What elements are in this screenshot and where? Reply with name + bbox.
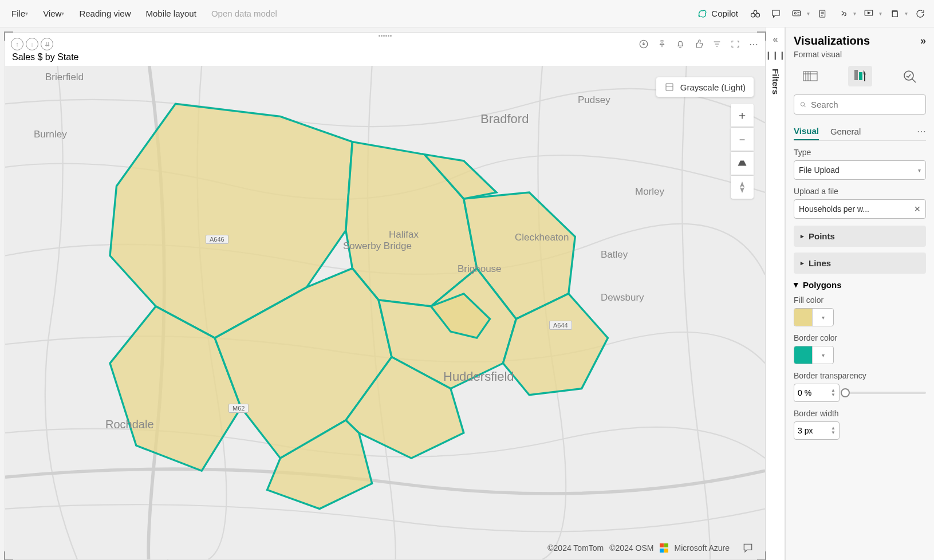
fill-color-label: Fill color [794, 295, 926, 305]
drilldown-icon[interactable]: ↓ [26, 38, 38, 50]
zoom-out-button[interactable]: － [731, 128, 754, 151]
tab-visual[interactable]: Visual [794, 123, 819, 140]
link-icon[interactable] [835, 6, 851, 22]
chevron-down-icon[interactable]: ▾ [879, 10, 882, 17]
upload-label: Upload a file [794, 187, 926, 196]
refresh-icon[interactable] [912, 6, 928, 22]
svg-point-1 [756, 13, 760, 17]
map-label: Brighouse [458, 263, 502, 275]
map-label: Rochdale [105, 418, 154, 431]
map-label: Dewsbury [601, 292, 644, 303]
svg-point-3 [794, 12, 796, 14]
map-label: Burnley [34, 129, 67, 140]
more-options-button[interactable]: ⋯ [917, 126, 926, 137]
lines-accordion[interactable]: ▸Lines [794, 253, 926, 274]
filter-icon[interactable] [711, 38, 723, 50]
pin-icon[interactable] [656, 38, 668, 50]
download-icon[interactable] [638, 38, 649, 50]
map-label: Brierfield [45, 72, 84, 83]
zoom-in-button[interactable]: ＋ [731, 104, 754, 127]
report-canvas: ↑ ↓ ⇊ ⋯ Sales $ by State [5, 32, 766, 560]
border-transparency-input[interactable]: 0 %▲▼ [794, 384, 840, 402]
compass-button[interactable] [731, 176, 754, 199]
menu-mobile-layout[interactable]: Mobile layout [139, 5, 203, 22]
window-icon[interactable] [886, 6, 903, 22]
fill-color-picker[interactable]: ▾ [794, 308, 834, 326]
svg-rect-11 [854, 70, 858, 80]
clear-file-button[interactable]: ✕ [914, 204, 921, 214]
map-label: Morley [635, 186, 664, 198]
border-transparency-slider[interactable] [845, 392, 926, 394]
upload-file-field[interactable]: Households per w...✕ [794, 199, 926, 219]
tab-general[interactable]: General [830, 123, 861, 140]
drillup-icon[interactable]: ↑ [11, 38, 23, 50]
pitch-button[interactable] [731, 152, 754, 175]
chevron-down-icon[interactable]: ▾ [807, 10, 810, 17]
polygons-accordion[interactable]: ▾Polygons [794, 279, 926, 290]
menu-file[interactable]: File▾ [5, 5, 35, 22]
border-color-picker[interactable]: ▾ [794, 346, 834, 364]
binoculars-icon[interactable] [747, 6, 763, 22]
svg-point-0 [751, 13, 755, 17]
svg-rect-9 [666, 84, 673, 90]
border-width-label: Border width [794, 409, 926, 418]
map-label: Pudsey [578, 94, 610, 106]
chevron-down-icon[interactable]: ▾ [905, 10, 908, 17]
panel-title: Visualizations» [794, 34, 926, 48]
filters-label: Filters [771, 69, 781, 94]
border-transparency-label: Border transparency [794, 371, 926, 380]
visualizations-panel: Visualizations» Format visual Visual Gen… [785, 27, 934, 560]
top-toolbar: File▾ View▾ Reading view Mobile layout O… [0, 0, 934, 27]
map-style-chip[interactable]: Grayscale (Light) [656, 77, 754, 97]
search-icon [800, 100, 806, 109]
map-label: Bradford [480, 112, 529, 127]
map-label: Cleckheaton [515, 232, 569, 243]
bell-icon[interactable] [675, 38, 686, 50]
drag-handle-icon[interactable] [379, 35, 392, 38]
map-label: Halifax [389, 229, 419, 240]
microsoft-logo-icon [660, 543, 669, 553]
analytics-tab[interactable] [898, 66, 922, 86]
chevron-down-icon[interactable]: ▾ [853, 10, 856, 17]
more-icon[interactable]: ⋯ [748, 38, 759, 50]
format-visual-tab[interactable] [848, 66, 872, 86]
filters-rail: « ❙❙❙ Filters [766, 27, 785, 560]
panel-subtitle: Format visual [794, 50, 926, 59]
svg-rect-2 [793, 10, 801, 15]
expand-filters-button[interactable]: « [773, 34, 778, 45]
border-color-label: Border color [794, 333, 926, 342]
present-icon[interactable] [861, 6, 877, 22]
copilot-icon [696, 8, 708, 19]
feedback-icon[interactable] [742, 542, 754, 554]
search-input[interactable] [794, 94, 926, 115]
border-width-input[interactable]: 3 px▲▼ [794, 421, 840, 440]
persona-icon[interactable] [789, 6, 805, 22]
road-badge: A644 [549, 321, 572, 330]
type-select[interactable]: File Upload▾ [794, 160, 926, 180]
svg-rect-12 [859, 72, 862, 80]
expand-panel-button[interactable]: » [920, 35, 926, 47]
map-label: Huddersfield [443, 369, 514, 384]
notes-icon[interactable] [814, 6, 830, 22]
expand-level-icon[interactable]: ⇊ [41, 38, 53, 50]
thumbsup-icon[interactable] [693, 38, 704, 50]
copilot-button[interactable]: Copilot [692, 6, 743, 22]
comment-icon[interactable] [768, 6, 784, 22]
visual-title: Sales $ by State [12, 52, 772, 62]
layers-icon [664, 82, 675, 92]
map-label: Batley [601, 249, 628, 261]
menu-open-data-model: Open data model [204, 5, 284, 22]
map-label: Sowerby Bridge [343, 240, 412, 252]
menu-reading-view[interactable]: Reading view [72, 5, 137, 22]
road-badge: A646 [206, 235, 228, 244]
svg-point-13 [904, 71, 913, 80]
points-accordion[interactable]: ▸Points [794, 226, 926, 247]
menu-view[interactable]: View▾ [36, 5, 71, 22]
type-label: Type [794, 148, 926, 157]
azure-map[interactable]: Brierfield Burnley Bradford Pudsey Morle… [5, 66, 765, 559]
focus-icon[interactable] [730, 38, 741, 50]
road-badge: M62 [228, 404, 249, 413]
build-visual-tab[interactable] [798, 66, 822, 86]
svg-rect-6 [892, 11, 897, 17]
svg-point-14 [801, 102, 804, 105]
